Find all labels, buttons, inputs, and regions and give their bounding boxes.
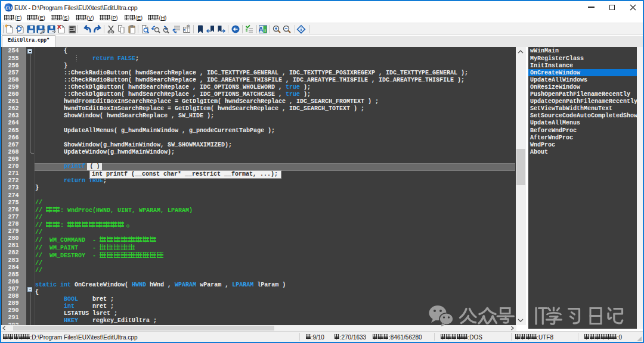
svg-text:i: i bbox=[264, 29, 265, 33]
svg-text:A: A bbox=[258, 26, 263, 33]
svg-text:ab: ab bbox=[187, 24, 190, 27]
svg-text:EU: EU bbox=[5, 5, 12, 11]
